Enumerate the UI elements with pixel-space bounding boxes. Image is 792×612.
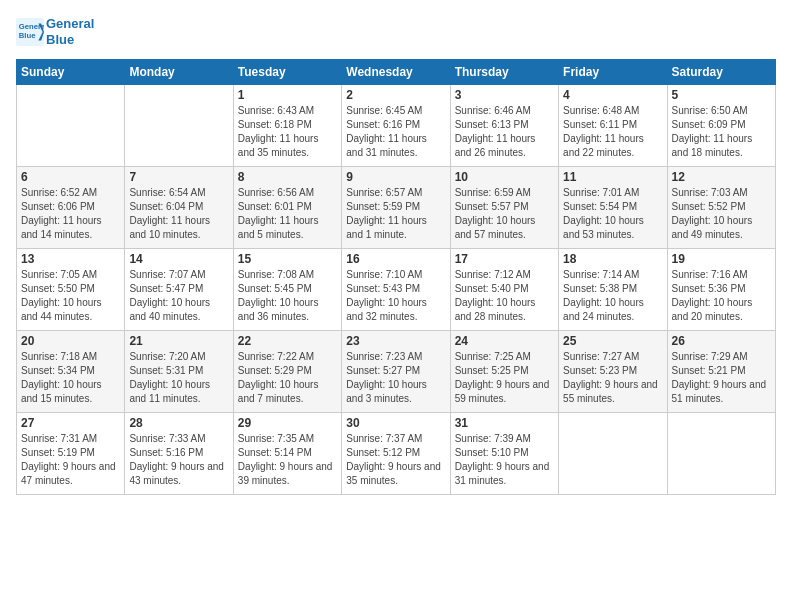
calendar-week-3: 13 Sunrise: 7:05 AMSunset: 5:50 PMDaylig…: [17, 249, 776, 331]
day-number: 25: [563, 334, 662, 348]
calendar-cell: 18 Sunrise: 7:14 AMSunset: 5:38 PMDaylig…: [559, 249, 667, 331]
calendar-week-1: 1 Sunrise: 6:43 AMSunset: 6:18 PMDayligh…: [17, 85, 776, 167]
day-number: 14: [129, 252, 228, 266]
day-number: 27: [21, 416, 120, 430]
day-number: 18: [563, 252, 662, 266]
col-header-wednesday: Wednesday: [342, 60, 450, 85]
col-header-tuesday: Tuesday: [233, 60, 341, 85]
day-info: Sunrise: 6:50 AMSunset: 6:09 PMDaylight:…: [672, 104, 771, 160]
calendar-cell: 23 Sunrise: 7:23 AMSunset: 5:27 PMDaylig…: [342, 331, 450, 413]
day-info: Sunrise: 7:05 AMSunset: 5:50 PMDaylight:…: [21, 268, 120, 324]
day-info: Sunrise: 7:01 AMSunset: 5:54 PMDaylight:…: [563, 186, 662, 242]
calendar-cell: 15 Sunrise: 7:08 AMSunset: 5:45 PMDaylig…: [233, 249, 341, 331]
calendar-cell: 6 Sunrise: 6:52 AMSunset: 6:06 PMDayligh…: [17, 167, 125, 249]
calendar-cell: 25 Sunrise: 7:27 AMSunset: 5:23 PMDaylig…: [559, 331, 667, 413]
day-number: 30: [346, 416, 445, 430]
page-header: General Blue General Blue: [16, 16, 776, 47]
day-info: Sunrise: 7:16 AMSunset: 5:36 PMDaylight:…: [672, 268, 771, 324]
col-header-saturday: Saturday: [667, 60, 775, 85]
day-number: 19: [672, 252, 771, 266]
col-header-sunday: Sunday: [17, 60, 125, 85]
day-info: Sunrise: 7:27 AMSunset: 5:23 PMDaylight:…: [563, 350, 662, 406]
calendar-cell: 24 Sunrise: 7:25 AMSunset: 5:25 PMDaylig…: [450, 331, 558, 413]
calendar-cell: 4 Sunrise: 6:48 AMSunset: 6:11 PMDayligh…: [559, 85, 667, 167]
col-header-monday: Monday: [125, 60, 233, 85]
day-number: 24: [455, 334, 554, 348]
calendar-cell: 16 Sunrise: 7:10 AMSunset: 5:43 PMDaylig…: [342, 249, 450, 331]
svg-text:Blue: Blue: [19, 30, 36, 39]
day-number: 17: [455, 252, 554, 266]
day-number: 5: [672, 88, 771, 102]
logo-icon: General Blue: [16, 18, 44, 46]
calendar-cell: 29 Sunrise: 7:35 AMSunset: 5:14 PMDaylig…: [233, 413, 341, 495]
day-number: 15: [238, 252, 337, 266]
calendar-header-row: SundayMondayTuesdayWednesdayThursdayFrid…: [17, 60, 776, 85]
calendar-cell: 7 Sunrise: 6:54 AMSunset: 6:04 PMDayligh…: [125, 167, 233, 249]
day-info: Sunrise: 7:25 AMSunset: 5:25 PMDaylight:…: [455, 350, 554, 406]
day-number: 16: [346, 252, 445, 266]
day-info: Sunrise: 7:35 AMSunset: 5:14 PMDaylight:…: [238, 432, 337, 488]
day-info: Sunrise: 6:52 AMSunset: 6:06 PMDaylight:…: [21, 186, 120, 242]
calendar-cell: 31 Sunrise: 7:39 AMSunset: 5:10 PMDaylig…: [450, 413, 558, 495]
calendar-cell: 5 Sunrise: 6:50 AMSunset: 6:09 PMDayligh…: [667, 85, 775, 167]
day-number: 6: [21, 170, 120, 184]
day-number: 7: [129, 170, 228, 184]
calendar-week-4: 20 Sunrise: 7:18 AMSunset: 5:34 PMDaylig…: [17, 331, 776, 413]
day-info: Sunrise: 6:59 AMSunset: 5:57 PMDaylight:…: [455, 186, 554, 242]
calendar-cell: 2 Sunrise: 6:45 AMSunset: 6:16 PMDayligh…: [342, 85, 450, 167]
calendar-cell: 27 Sunrise: 7:31 AMSunset: 5:19 PMDaylig…: [17, 413, 125, 495]
calendar-week-2: 6 Sunrise: 6:52 AMSunset: 6:06 PMDayligh…: [17, 167, 776, 249]
day-info: Sunrise: 7:07 AMSunset: 5:47 PMDaylight:…: [129, 268, 228, 324]
day-number: 1: [238, 88, 337, 102]
day-info: Sunrise: 6:48 AMSunset: 6:11 PMDaylight:…: [563, 104, 662, 160]
day-number: 26: [672, 334, 771, 348]
calendar-cell: 9 Sunrise: 6:57 AMSunset: 5:59 PMDayligh…: [342, 167, 450, 249]
col-header-thursday: Thursday: [450, 60, 558, 85]
calendar-cell: 10 Sunrise: 6:59 AMSunset: 5:57 PMDaylig…: [450, 167, 558, 249]
calendar-cell: [667, 413, 775, 495]
day-info: Sunrise: 6:57 AMSunset: 5:59 PMDaylight:…: [346, 186, 445, 242]
day-info: Sunrise: 7:08 AMSunset: 5:45 PMDaylight:…: [238, 268, 337, 324]
day-info: Sunrise: 7:22 AMSunset: 5:29 PMDaylight:…: [238, 350, 337, 406]
day-info: Sunrise: 7:29 AMSunset: 5:21 PMDaylight:…: [672, 350, 771, 406]
day-info: Sunrise: 7:14 AMSunset: 5:38 PMDaylight:…: [563, 268, 662, 324]
day-info: Sunrise: 6:56 AMSunset: 6:01 PMDaylight:…: [238, 186, 337, 242]
day-info: Sunrise: 6:45 AMSunset: 6:16 PMDaylight:…: [346, 104, 445, 160]
day-info: Sunrise: 7:23 AMSunset: 5:27 PMDaylight:…: [346, 350, 445, 406]
calendar-cell: 8 Sunrise: 6:56 AMSunset: 6:01 PMDayligh…: [233, 167, 341, 249]
calendar-cell: 1 Sunrise: 6:43 AMSunset: 6:18 PMDayligh…: [233, 85, 341, 167]
day-info: Sunrise: 7:12 AMSunset: 5:40 PMDaylight:…: [455, 268, 554, 324]
logo-text: General: [46, 16, 94, 32]
day-info: Sunrise: 7:33 AMSunset: 5:16 PMDaylight:…: [129, 432, 228, 488]
day-info: Sunrise: 7:31 AMSunset: 5:19 PMDaylight:…: [21, 432, 120, 488]
day-info: Sunrise: 7:03 AMSunset: 5:52 PMDaylight:…: [672, 186, 771, 242]
calendar-cell: [125, 85, 233, 167]
calendar-cell: 20 Sunrise: 7:18 AMSunset: 5:34 PMDaylig…: [17, 331, 125, 413]
calendar-cell: 17 Sunrise: 7:12 AMSunset: 5:40 PMDaylig…: [450, 249, 558, 331]
day-number: 29: [238, 416, 337, 430]
day-info: Sunrise: 7:10 AMSunset: 5:43 PMDaylight:…: [346, 268, 445, 324]
day-info: Sunrise: 7:20 AMSunset: 5:31 PMDaylight:…: [129, 350, 228, 406]
day-info: Sunrise: 6:43 AMSunset: 6:18 PMDaylight:…: [238, 104, 337, 160]
day-number: 22: [238, 334, 337, 348]
day-number: 10: [455, 170, 554, 184]
day-number: 4: [563, 88, 662, 102]
day-number: 8: [238, 170, 337, 184]
col-header-friday: Friday: [559, 60, 667, 85]
day-number: 13: [21, 252, 120, 266]
calendar-cell: 19 Sunrise: 7:16 AMSunset: 5:36 PMDaylig…: [667, 249, 775, 331]
day-number: 21: [129, 334, 228, 348]
calendar-cell: 22 Sunrise: 7:22 AMSunset: 5:29 PMDaylig…: [233, 331, 341, 413]
day-info: Sunrise: 7:39 AMSunset: 5:10 PMDaylight:…: [455, 432, 554, 488]
calendar-cell: 13 Sunrise: 7:05 AMSunset: 5:50 PMDaylig…: [17, 249, 125, 331]
day-number: 20: [21, 334, 120, 348]
day-number: 23: [346, 334, 445, 348]
calendar-cell: 11 Sunrise: 7:01 AMSunset: 5:54 PMDaylig…: [559, 167, 667, 249]
day-info: Sunrise: 7:37 AMSunset: 5:12 PMDaylight:…: [346, 432, 445, 488]
day-number: 2: [346, 88, 445, 102]
calendar-cell: 21 Sunrise: 7:20 AMSunset: 5:31 PMDaylig…: [125, 331, 233, 413]
calendar-table: SundayMondayTuesdayWednesdayThursdayFrid…: [16, 59, 776, 495]
day-number: 12: [672, 170, 771, 184]
logo: General Blue General Blue: [16, 16, 94, 47]
calendar-cell: [559, 413, 667, 495]
